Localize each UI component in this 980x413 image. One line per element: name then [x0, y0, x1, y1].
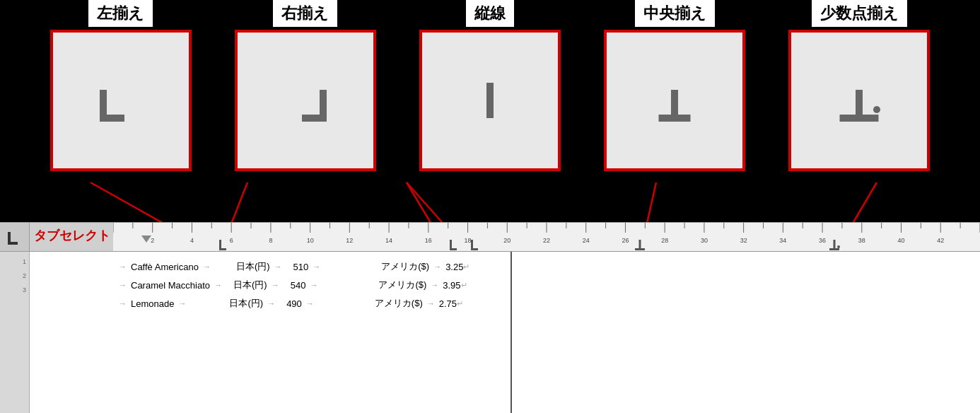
svg-text:8: 8	[269, 237, 272, 244]
line-num-2: 2	[23, 269, 26, 283]
svg-text:42: 42	[937, 237, 944, 244]
ruler-slider[interactable]	[141, 235, 151, 243]
svg-rect-83	[471, 248, 478, 250]
svg-text:36: 36	[819, 237, 826, 244]
svg-rect-86	[834, 240, 836, 248]
svg-rect-87	[829, 248, 839, 250]
price-us-1: 3.25	[445, 262, 463, 272]
vertical-line-wrapper: 縦線	[419, 0, 561, 171]
svg-text:34: 34	[779, 237, 786, 244]
currency2-3: アメリカ($)	[375, 297, 423, 310]
decimal-dot-icon	[873, 106, 880, 113]
arrow-4: →	[310, 281, 317, 289]
currency-2: 日本(円)	[233, 279, 267, 291]
price-jp-3: 490	[286, 298, 302, 309]
svg-text:40: 40	[898, 237, 905, 244]
left-align-label: 左揃え	[88, 0, 153, 27]
table-row: → Lemonade → 日本(円) → 490 → アメリカ($) → 2.7…	[30, 294, 980, 313]
vertical-line-box	[419, 30, 561, 171]
svg-rect-80	[450, 240, 452, 248]
tab-selector-button[interactable]	[0, 223, 30, 252]
line-num-3: 3	[23, 283, 26, 297]
svg-rect-81	[450, 248, 457, 250]
svg-text:14: 14	[385, 237, 392, 244]
arrow-1: →	[119, 262, 127, 271]
svg-text:4: 4	[190, 237, 194, 244]
line-numbers: 1 2 3	[0, 252, 30, 413]
return-2: ↵	[461, 281, 467, 290]
svg-text:16: 16	[425, 237, 432, 244]
svg-text:12: 12	[346, 237, 353, 244]
main-container: 左揃え 右揃え 縦線 中央揃え 少数点揃	[0, 0, 980, 413]
item-name-2: Caramel Macchiato	[131, 280, 210, 291]
decimal-align-label: 少数点揃え	[812, 0, 907, 27]
svg-rect-82	[471, 240, 473, 248]
svg-text:20: 20	[503, 237, 511, 244]
return-3: ↵	[457, 299, 463, 308]
ruler-inner: 24681012141618202224262830323436384042	[113, 223, 980, 252]
arrow-3: →	[267, 299, 275, 308]
line-num-1: 1	[23, 255, 26, 269]
svg-text:32: 32	[740, 237, 747, 244]
arrow-3: →	[274, 262, 282, 271]
right-align-icon	[284, 79, 327, 122]
svg-text:18: 18	[465, 237, 472, 244]
arrow-1: →	[119, 281, 127, 289]
right-align-box	[235, 30, 376, 171]
return-1: ↵	[463, 262, 469, 272]
left-align-wrapper: 左揃え	[50, 0, 192, 171]
arrow-3: →	[272, 281, 279, 289]
right-align-label: 右揃え	[273, 0, 337, 27]
currency-1: 日本(円)	[236, 260, 270, 273]
tab-selector-icon	[8, 231, 22, 245]
price-jp-2: 540	[291, 280, 306, 291]
price-us-3: 2.75	[439, 298, 457, 309]
arrow-5: →	[427, 299, 435, 308]
decimal-align-icon	[834, 79, 884, 122]
tab-select-label: タブセレクト	[34, 227, 110, 244]
svg-text:24: 24	[583, 237, 590, 244]
arrow-5: →	[431, 281, 438, 289]
decimal-align-wrapper: 少数点揃え	[788, 0, 930, 171]
currency2-1: アメリカ($)	[381, 260, 429, 273]
currency-3: 日本(円)	[229, 297, 263, 310]
item-name-1: Caffè Americano	[131, 262, 199, 272]
svg-point-88	[837, 245, 840, 248]
decimal-align-box	[788, 30, 930, 171]
arrow-4: →	[313, 262, 320, 271]
ruler-bar: タブセレクト 246810121416182022242628303234363…	[0, 222, 980, 252]
center-align-icon	[653, 79, 696, 122]
svg-text:10: 10	[307, 237, 314, 244]
vertical-line-label: 縦線	[466, 0, 514, 27]
svg-text:38: 38	[858, 237, 865, 244]
table-row: → Caffè Americano → 日本(円) → 510 → アメリカ($…	[30, 257, 980, 276]
center-align-wrapper: 中央揃え	[604, 0, 745, 171]
svg-text:6: 6	[230, 237, 233, 244]
arrow-4: →	[306, 299, 314, 308]
svg-text:30: 30	[701, 237, 708, 244]
arrow-5: →	[433, 262, 441, 271]
vertical-line-icon	[469, 79, 511, 122]
left-align-box	[50, 30, 192, 171]
ruler-section: タブセレクト 246810121416182022242628303234363…	[0, 222, 980, 413]
svg-rect-85	[635, 248, 645, 250]
left-align-icon	[100, 79, 142, 122]
svg-text:26: 26	[622, 237, 629, 244]
center-align-box	[604, 30, 745, 171]
content-area: 1 2 3 → Caffè Americano → 日本(円) → 510 → …	[0, 252, 980, 413]
currency2-2: アメリカ($)	[378, 279, 426, 291]
arrow-2: →	[178, 299, 186, 308]
right-align-wrapper: 右揃え	[235, 0, 376, 171]
arrow-1: →	[119, 299, 127, 308]
table-row: → Caramel Macchiato → 日本(円) → 540 → アメリカ…	[30, 276, 980, 294]
center-align-label: 中央揃え	[635, 0, 715, 27]
item-name-3: Lemonade	[131, 298, 174, 309]
price-us-2: 3.95	[443, 280, 460, 291]
price-jp-1: 510	[293, 262, 309, 272]
tab-boxes-row: 左揃え 右揃え 縦線 中央揃え 少数点揃	[0, 0, 980, 171]
arrow-2: →	[203, 262, 211, 271]
svg-rect-78	[219, 240, 221, 248]
svg-text:22: 22	[543, 237, 550, 244]
arrow-2: →	[214, 281, 222, 289]
svg-text:28: 28	[661, 237, 668, 244]
